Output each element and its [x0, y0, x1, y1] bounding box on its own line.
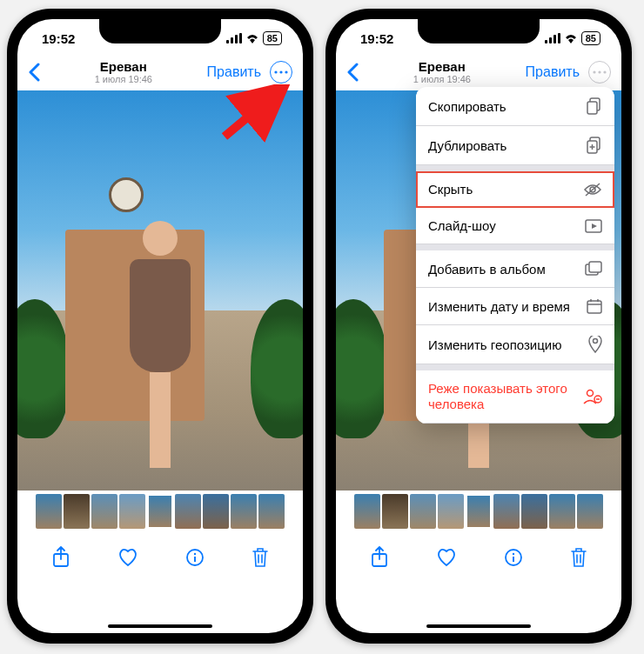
home-indicator[interactable] — [108, 624, 212, 628]
menu-item-slideshow[interactable]: Слайд-шоу — [416, 208, 614, 244]
thumbnail[interactable] — [410, 494, 436, 529]
back-button[interactable] — [346, 63, 359, 82]
thumbnail[interactable] — [354, 494, 380, 529]
wifi-icon — [245, 33, 259, 43]
edit-button[interactable]: Править — [526, 64, 580, 80]
svg-point-9 — [194, 553, 196, 555]
back-button[interactable] — [28, 63, 40, 82]
more-options-button[interactable] — [270, 61, 292, 83]
menu-label: Реже показывать этого человека — [428, 381, 574, 412]
svg-rect-0 — [226, 40, 229, 43]
thumbnail[interactable] — [203, 494, 229, 529]
thumbnail-current[interactable] — [147, 494, 173, 529]
svg-point-40 — [513, 553, 514, 555]
status-time: 19:52 — [42, 31, 75, 46]
menu-label: Изменить геопозицию — [428, 337, 561, 352]
context-menu: Скопировать Дублировать Скрыть Слайд-шоу… — [416, 87, 614, 424]
menu-label: Добавить в альбом — [428, 262, 546, 277]
svg-rect-14 — [549, 37, 552, 43]
menu-label: Скрыть — [428, 182, 473, 197]
home-indicator[interactable] — [426, 624, 531, 628]
iphone-frame-left: 19:52 85 Ереван 1 июля 19:46 Править — [7, 9, 313, 644]
thumbnail-current[interactable] — [466, 494, 492, 529]
more-options-button[interactable] — [588, 61, 611, 83]
battery-level: 85 — [581, 31, 600, 45]
person-minus-icon — [583, 389, 602, 404]
svg-point-18 — [598, 70, 600, 73]
thumbnail[interactable] — [382, 494, 408, 529]
svg-rect-21 — [587, 102, 597, 114]
photo-decoration — [109, 177, 144, 212]
thumbnail[interactable] — [231, 494, 257, 529]
thumbnail[interactable] — [438, 494, 464, 529]
share-icon[interactable] — [51, 546, 70, 569]
bottom-toolbar — [17, 532, 303, 590]
photo-decoration — [17, 299, 70, 438]
svg-point-19 — [603, 70, 606, 73]
svg-rect-3 — [239, 33, 242, 43]
thumbnail[interactable] — [36, 494, 62, 529]
photo-viewport[interactable] — [17, 90, 303, 490]
svg-point-6 — [285, 70, 287, 73]
menu-label: Слайд-шоу — [428, 218, 496, 233]
menu-item-edit-date[interactable]: Изменить дату и время — [416, 288, 614, 325]
wifi-icon — [564, 33, 578, 43]
menu-item-duplicate[interactable]: Дублировать — [416, 126, 614, 165]
trash-icon[interactable] — [570, 547, 587, 568]
trash-icon[interactable] — [252, 547, 269, 568]
menu-divider — [416, 165, 614, 171]
iphone-frame-right: 19:52 85 Ереван 1 июля 19:46 Править — [325, 9, 632, 644]
thumbnail[interactable] — [91, 494, 117, 529]
svg-point-17 — [593, 70, 595, 73]
menu-item-copy[interactable]: Скопировать — [416, 87, 614, 126]
photo-date-subtitle: 1 июля 19:46 — [413, 74, 471, 85]
photo-decoration — [336, 299, 388, 438]
menu-label: Скопировать — [428, 99, 506, 114]
menu-divider — [416, 244, 614, 250]
screen-left: 19:52 85 Ереван 1 июля 19:46 Править — [17, 19, 303, 633]
thumbnail[interactable] — [521, 494, 547, 529]
thumbnail[interactable] — [577, 494, 603, 529]
thumbnail-strip[interactable] — [336, 490, 621, 532]
svg-rect-15 — [553, 35, 556, 43]
thumbnail[interactable] — [175, 494, 201, 529]
menu-item-edit-geo[interactable]: Изменить геопозицию — [416, 325, 614, 364]
status-right: 85 — [545, 31, 600, 45]
thumbnail[interactable] — [119, 494, 145, 529]
menu-label: Дублировать — [428, 138, 506, 153]
thumbnail[interactable] — [493, 494, 520, 529]
photo-location-title: Ереван — [413, 59, 471, 74]
notch — [418, 19, 540, 43]
svg-point-34 — [594, 339, 598, 344]
thumbnail[interactable] — [549, 494, 575, 529]
signal-icon — [545, 33, 560, 43]
map-pin-icon — [588, 336, 602, 353]
battery-level: 85 — [263, 31, 282, 45]
photo-location-title: Ереван — [95, 59, 152, 74]
thumbnail[interactable] — [64, 494, 90, 529]
photo-date-subtitle: 1 июля 19:46 — [95, 74, 152, 85]
nav-bar: Ереван 1 июля 19:46 Править — [336, 57, 621, 90]
status-time: 19:52 — [360, 31, 393, 46]
menu-item-feature-less[interactable]: Реже показывать этого человека — [416, 370, 614, 424]
thumbnail[interactable] — [258, 494, 285, 529]
info-icon[interactable] — [504, 548, 523, 567]
status-right: 85 — [226, 31, 282, 45]
thumbnail-strip[interactable] — [17, 490, 303, 532]
photo-decoration — [251, 299, 303, 438]
menu-item-hide[interactable]: Скрыть — [416, 171, 614, 208]
share-icon[interactable] — [370, 546, 389, 569]
svg-point-5 — [279, 70, 282, 73]
svg-rect-2 — [235, 35, 238, 43]
svg-marker-27 — [592, 224, 597, 229]
svg-point-35 — [587, 390, 594, 397]
menu-item-add-album[interactable]: Добавить в альбом — [416, 250, 614, 288]
heart-icon[interactable] — [436, 548, 457, 567]
edit-button[interactable]: Править — [207, 64, 261, 80]
notch — [99, 19, 221, 43]
bottom-toolbar — [336, 532, 621, 590]
screen-right: 19:52 85 Ереван 1 июля 19:46 Править — [336, 19, 621, 633]
heart-icon[interactable] — [117, 548, 138, 567]
calendar-icon — [587, 298, 602, 314]
info-icon[interactable] — [185, 548, 205, 567]
